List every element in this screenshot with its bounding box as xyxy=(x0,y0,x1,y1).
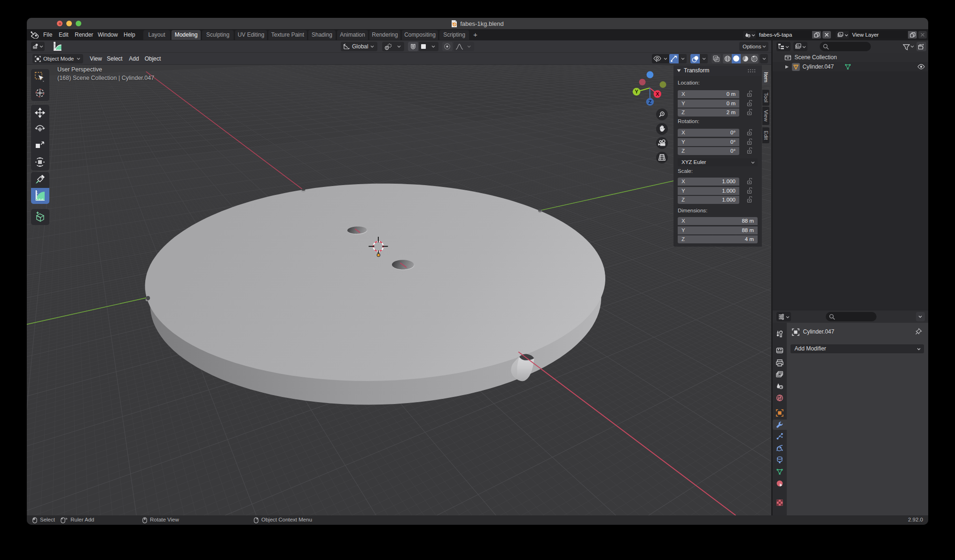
svg-text:Y: Y xyxy=(635,89,639,94)
svg-text:Z: Z xyxy=(649,99,652,105)
svg-text:X: X xyxy=(656,91,659,97)
